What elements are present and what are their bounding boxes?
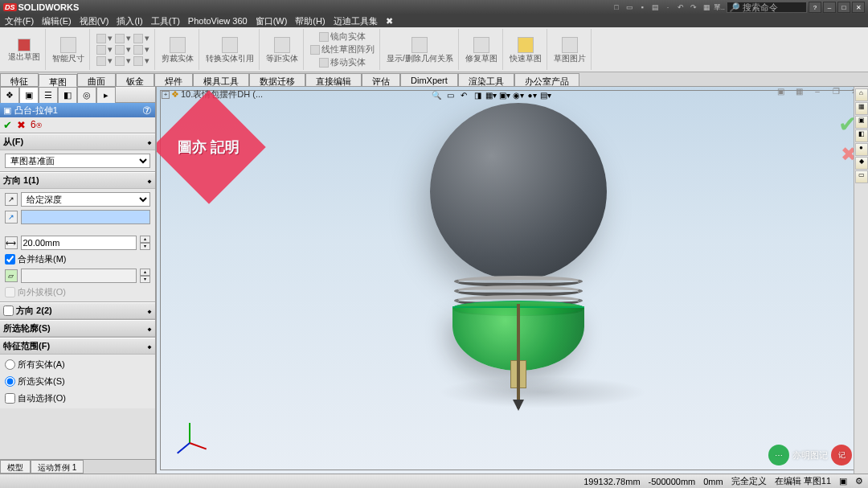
scope-selected-radio[interactable]: 所选实体(S) — [5, 375, 150, 388]
pm-direction-input[interactable] — [21, 210, 150, 224]
pm-ok-button[interactable]: ✔ — [3, 119, 12, 131]
tab-sheetmetal[interactable]: 钣金 — [116, 73, 154, 86]
ribbon-convert-button[interactable]: 转换实体引用 — [201, 29, 260, 70]
menu-photoview[interactable]: PhotoView 360 — [188, 16, 248, 26]
tab-sketch[interactable]: 草图 — [39, 74, 77, 87]
prev-view-icon[interactable]: ↶ — [457, 88, 470, 101]
ribbon-repair-button[interactable]: 修复草图 — [461, 29, 503, 70]
pm-end-condition-select[interactable]: 给定深度 — [21, 192, 150, 207]
bottom-tab-model[interactable]: 模型 — [0, 460, 31, 474]
view-triad[interactable] — [173, 411, 213, 451]
pm-dir1-header[interactable]: 方向 1(1)⬥ — [0, 172, 155, 189]
tab-features[interactable]: 特征 — [0, 73, 39, 86]
tb-print-icon[interactable]: ▤ — [649, 2, 661, 13]
doc-restore-icon[interactable]: ❐ — [827, 87, 845, 98]
tab-datamigration[interactable]: 数据迁移 — [249, 73, 305, 86]
menu-window[interactable]: 窗口(W) — [256, 15, 288, 27]
point-tool[interactable]: ▾ — [115, 55, 131, 66]
reverse-direction-icon[interactable]: ↗ — [5, 193, 18, 206]
taskpane-custom-icon[interactable]: ◆ — [855, 157, 868, 170]
taskpane-appearance-icon[interactable]: ● — [855, 143, 868, 156]
tb-undo-icon[interactable]: ↶ — [675, 2, 686, 13]
slot-tool[interactable]: ▾ — [133, 33, 149, 43]
ribbon-sketch-pic-button[interactable]: 草图图片 — [549, 29, 592, 70]
pm-from-select[interactable]: 草图基准面 — [5, 154, 150, 168]
pattern-button[interactable]: 线性草图阵列 — [310, 43, 375, 55]
ribbon-trim-button[interactable]: 剪裁实体 — [157, 29, 199, 70]
maximize-button[interactable]: □ — [837, 2, 850, 13]
circle-tool[interactable]: ▾ — [96, 55, 113, 66]
tab-evaluate[interactable]: 评估 — [362, 73, 400, 86]
menu-tools[interactable]: 工具(T) — [151, 15, 180, 27]
pm-depth-input[interactable] — [21, 236, 137, 250]
draft-icon[interactable]: ▱ — [5, 269, 18, 282]
doc-tile-icon[interactable]: ▣ — [772, 87, 789, 98]
status-options-icon[interactable]: ⚙ — [855, 476, 863, 486]
ribbon-display-relations-button[interactable]: 显示/删除几何关系 — [382, 29, 459, 70]
pm-from-header[interactable]: 从(F)⬥ — [0, 133, 155, 150]
text-tool[interactable]: ▾ — [133, 55, 149, 66]
pm-merge-checkbox[interactable]: 合并结果(M) — [5, 253, 67, 265]
doc-min-icon[interactable]: – — [809, 87, 826, 98]
tb-save-icon[interactable]: ▪ — [637, 2, 648, 13]
polygon-tool[interactable]: ▾ — [133, 44, 149, 55]
pm-dir2-check[interactable] — [3, 306, 14, 316]
taskpane-forum-icon[interactable]: ▭ — [855, 170, 868, 183]
pm-cancel-button[interactable]: ✖ — [17, 119, 26, 131]
tab-directedit[interactable]: 直接编辑 — [305, 73, 362, 86]
help-button[interactable]: ? — [809, 2, 821, 13]
ribbon-smart-dimension-button[interactable]: 智能尺寸 — [47, 29, 90, 70]
view-orient-icon[interactable]: ▦▾ — [485, 88, 497, 101]
doc-cascade-icon[interactable]: ▦ — [790, 87, 808, 98]
bottom-tab-motion[interactable]: 运动算例 1 — [31, 460, 84, 474]
menu-insert[interactable]: 插入(I) — [117, 15, 142, 27]
command-search-input[interactable]: 🔎 搜索命令 — [727, 2, 807, 13]
tb-open-icon[interactable]: ▭ — [624, 2, 635, 13]
taskpane-palette-icon[interactable]: ◧ — [855, 129, 868, 142]
rect-tool[interactable]: ▾ — [96, 44, 113, 55]
arc-tool[interactable]: ▾ — [115, 33, 131, 43]
line-tool[interactable]: ▾ — [96, 33, 113, 43]
move-button[interactable]: 移动实体 — [319, 56, 366, 68]
scene-icon[interactable]: ▤▾ — [539, 88, 552, 101]
pm-dir2-header[interactable]: 方向 2(2)⬥ — [0, 302, 155, 319]
display-style-icon[interactable]: ▣▾ — [498, 88, 511, 101]
pm-scope-header[interactable]: 特征范围(F)⬥ — [0, 338, 155, 355]
tab-office[interactable]: 办公室产品 — [514, 73, 579, 86]
tab-render[interactable]: 渲染工具 — [458, 73, 514, 86]
minimize-button[interactable]: – — [823, 2, 836, 13]
menu-edit[interactable]: 编辑(E) — [42, 15, 72, 27]
scope-auto-checkbox[interactable]: 自动选择(O) — [5, 392, 150, 405]
fm-tab-display[interactable]: ◎ — [77, 87, 96, 103]
tab-dimxpert[interactable]: DimXpert — [400, 73, 458, 86]
ribbon-offset-button[interactable]: 等距实体 — [261, 29, 304, 70]
menu-view[interactable]: 视图(V) — [80, 15, 109, 27]
tb-opt-icon[interactable]: 單.. — [714, 2, 725, 13]
tab-weldments[interactable]: 焊件 — [154, 73, 193, 86]
tree-expand-icon[interactable]: + — [162, 91, 170, 99]
appearance-icon[interactable]: ●▾ — [526, 88, 538, 101]
draft-spin-down[interactable]: ▾ — [140, 276, 151, 283]
taskpane-library-icon[interactable]: ▦ — [855, 102, 868, 115]
tab-mold[interactable]: 模具工具 — [193, 73, 249, 86]
pm-draft-input[interactable] — [21, 269, 137, 283]
section-view-icon[interactable]: ◨ — [471, 88, 484, 101]
fm-tab-more[interactable]: ▸ — [96, 87, 116, 103]
depth-spin-down[interactable]: ▾ — [140, 243, 151, 250]
fm-tab-config[interactable]: ☰ — [39, 87, 58, 103]
menu-pin-icon[interactable]: ✖ — [386, 16, 393, 27]
taskpane-explorer-icon[interactable]: ▣ — [855, 116, 868, 129]
hide-show-icon[interactable]: ◉▾ — [512, 88, 525, 101]
status-unit-icon[interactable]: ▣ — [839, 476, 847, 486]
tab-surfaces[interactable]: 曲面 — [77, 73, 116, 86]
tb-redo-icon[interactable]: ↷ — [688, 2, 699, 13]
menu-file[interactable]: 文件(F) — [5, 15, 34, 27]
tb-new-icon[interactable]: □ — [611, 2, 622, 13]
close-button[interactable]: ✕ — [852, 2, 865, 13]
draft-spin-up[interactable]: ▴ — [140, 269, 151, 276]
pm-pin-button[interactable]: 6⍟ — [31, 119, 42, 131]
ribbon-quick-sketch-button[interactable]: 快速草图 — [505, 29, 547, 70]
scope-all-radio[interactable]: 所有实体(A) — [5, 358, 150, 371]
zoom-fit-icon[interactable]: 🔍 — [430, 88, 443, 101]
spline-tool[interactable]: ▾ — [115, 44, 131, 55]
